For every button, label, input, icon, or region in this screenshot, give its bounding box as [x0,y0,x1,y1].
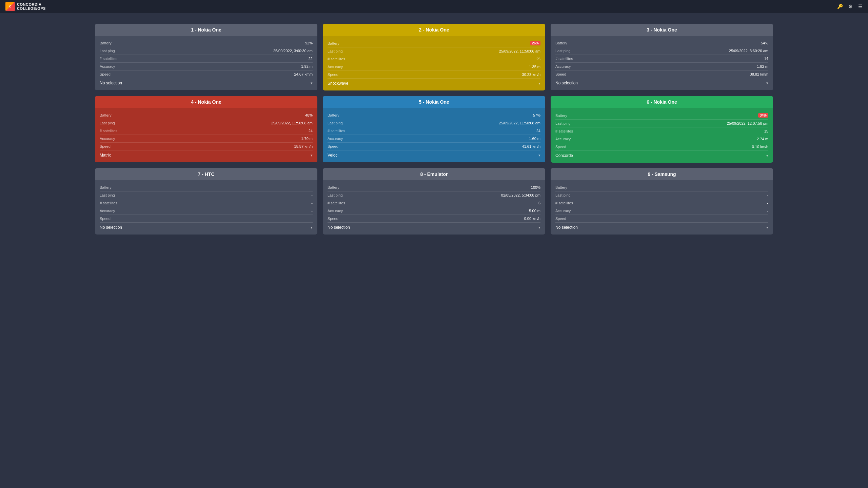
chevron-down-icon: ▾ [311,153,313,158]
device-card-4: 4 - Nokia One Battery 48% Last ping 25/0… [95,96,317,163]
battery-label: Battery [100,113,112,117]
last-ping-value: - [311,193,313,197]
selection-label: Shockwave [328,81,348,86]
speed-row: Speed - [555,215,768,223]
header: C ConcordiaCollege/GPS 🔑 ⚙ ☰ [0,0,868,13]
selection-dropdown[interactable]: No selection ▾ [555,223,768,230]
last-ping-value: 02/05/2022, 5:34:08 pm [501,193,540,197]
card-title: 9 - Samsung [551,168,773,180]
card-body: Battery 57% Last ping 25/09/2022, 11:50:… [323,108,545,162]
card-grid: 1 - Nokia One Battery 92% Last ping 25/0… [95,24,773,235]
accuracy-row: Accuracy 2.74 m [555,135,768,143]
battery-label: Battery [555,185,567,189]
selection-dropdown[interactable]: No selection ▾ [100,223,313,230]
battery-badge: 26% [530,41,540,45]
last-ping-row: Last ping 25/09/2022, 11:50:08 am [328,119,540,127]
card-title: 8 - Emulator [323,168,545,180]
accuracy-value: 1.82 m [757,64,768,68]
satellites-row: # satellites - [555,199,768,207]
selection-dropdown[interactable]: No selection ▾ [555,78,768,85]
speed-value: 24.67 km/h [294,72,313,76]
main: 1 - Nokia One Battery 92% Last ping 25/0… [0,13,868,245]
satellites-label: # satellites [328,201,345,205]
accuracy-row: Accuracy 1.60 m [328,135,540,143]
speed-row: Speed - [100,215,313,223]
selection-dropdown[interactable]: No selection ▾ [100,78,313,85]
device-card-8: 8 - Emulator Battery 100% Last ping 02/0… [323,168,545,235]
card-title: 3 - Nokia One [551,24,773,36]
satellites-value: 14 [764,57,768,61]
battery-row: Battery - [555,184,768,191]
battery-value: 48% [305,113,313,117]
chevron-down-icon: ▾ [538,81,540,86]
selection-dropdown[interactable]: Concorde ▾ [555,151,768,158]
last-ping-value: 25/09/2022, 12:07:58 pm [727,121,768,125]
speed-label: Speed [555,217,566,221]
speed-row: Speed 41.61 km/h [328,143,540,150]
satellites-label: # satellites [555,129,573,133]
chevron-down-icon: ▾ [311,81,313,85]
menu-icon[interactable]: ☰ [858,4,863,9]
selection-label: No selection [555,81,578,85]
battery-label: Battery [100,185,112,189]
chevron-down-icon: ▾ [538,153,540,158]
accuracy-value: - [767,209,768,213]
satellites-value: - [767,201,768,205]
last-ping-value: 25/09/2022, 3:60:30 am [273,49,313,53]
last-ping-row: Last ping 25/09/2022, 11:50:06 am [328,47,540,55]
battery-label: Battery [328,185,339,189]
card-title: 5 - Nokia One [323,96,545,108]
battery-value: - [767,185,768,189]
last-ping-row: Last ping 25/09/2022, 11:50:08 am [100,119,313,127]
card-body: Battery - Last ping - # satellites - Acc… [95,180,317,235]
last-ping-label: Last ping [555,121,571,125]
settings-icon[interactable]: ⚙ [848,4,853,9]
speed-row: Speed 18.57 km/h [100,143,313,150]
satellites-row: # satellites 24 [328,127,540,135]
speed-value: - [311,217,313,221]
accuracy-label: Accuracy [328,137,343,141]
accuracy-value: 5.00 m [529,209,540,213]
battery-row: Battery 100% [328,184,540,191]
speed-row: Speed 30.23 km/h [328,71,540,79]
selection-dropdown[interactable]: Shockwave ▾ [328,79,540,86]
accuracy-value: 2.74 m [757,137,768,141]
speed-value: 0.10 km/h [752,145,768,149]
chevron-down-icon: ▾ [766,154,768,158]
satellites-row: # satellites 15 [555,127,768,135]
card-body: Battery 26% Last ping 25/09/2022, 11:50:… [323,36,545,90]
selection-dropdown[interactable]: Matrix ▾ [100,150,313,158]
accuracy-label: Accuracy [328,209,343,213]
accuracy-row: Accuracy 5.00 m [328,207,540,215]
speed-value: 41.61 km/h [522,144,540,148]
logo-text: ConcordiaCollege/GPS [17,2,46,11]
chevron-down-icon: ▾ [311,225,313,230]
accuracy-row: Accuracy 1.82 m [555,63,768,70]
battery-value: - [311,185,313,189]
card-body: Battery 54% Last ping 25/09/2022, 3:60:2… [551,36,773,90]
speed-label: Speed [555,145,566,149]
chevron-down-icon: ▾ [766,225,768,230]
device-card-5: 5 - Nokia One Battery 57% Last ping 25/0… [323,96,545,163]
selection-dropdown[interactable]: Veloci ▾ [328,150,540,158]
selection-label: Veloci [328,153,338,158]
accuracy-value: 1.60 m [529,137,540,141]
satellites-value: 22 [309,57,313,61]
satellites-row: # satellites - [100,199,313,207]
accuracy-value: 1.70 m [301,137,313,141]
logo: C ConcordiaCollege/GPS [5,2,46,11]
last-ping-label: Last ping [100,49,115,53]
selection-label: No selection [328,225,350,230]
card-title: 7 - HTC [95,168,317,180]
accuracy-label: Accuracy [100,64,115,68]
satellites-label: # satellites [328,57,345,61]
battery-value: 92% [305,41,313,45]
speed-label: Speed [328,144,338,148]
last-ping-label: Last ping [100,121,115,125]
speed-row: Speed 0.10 km/h [555,143,768,151]
speed-label: Speed [100,144,111,148]
accuracy-value: 1.92 m [301,64,313,68]
key-icon[interactable]: 🔑 [837,4,843,9]
satellites-row: # satellites 6 [328,199,540,207]
selection-dropdown[interactable]: No selection ▾ [328,223,540,230]
